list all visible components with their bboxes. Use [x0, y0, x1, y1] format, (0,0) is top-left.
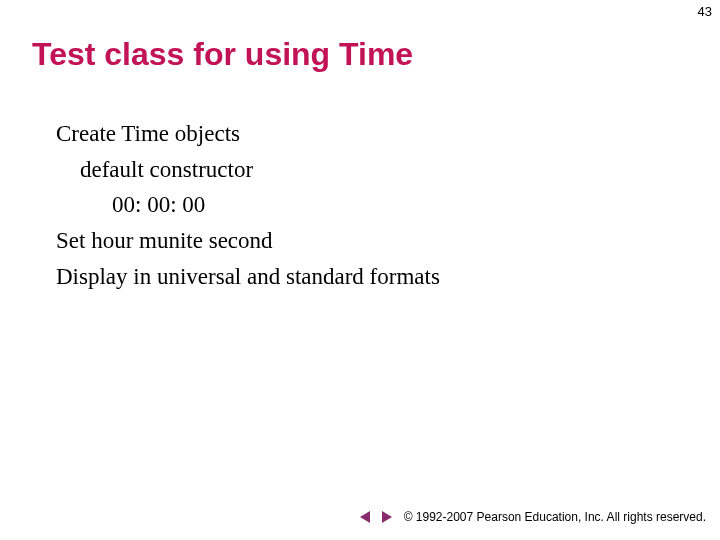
triangle-right-icon: [380, 510, 394, 524]
content-line: Display in universal and standard format…: [56, 259, 680, 295]
svg-marker-1: [382, 511, 392, 523]
content-line: 00: 00: 00: [112, 187, 680, 223]
svg-marker-0: [360, 511, 370, 523]
footer: © 1992-2007 Pearson Education, Inc. All …: [356, 508, 706, 526]
slide-content: Create Time objects default constructor …: [56, 116, 680, 294]
page-number: 43: [698, 4, 712, 19]
content-line: default constructor: [80, 152, 680, 188]
triangle-left-icon: [358, 510, 372, 524]
next-button[interactable]: [378, 508, 396, 526]
content-line: Create Time objects: [56, 116, 680, 152]
copyright-text: © 1992-2007 Pearson Education, Inc. All …: [404, 510, 706, 524]
prev-button[interactable]: [356, 508, 374, 526]
nav-controls: [356, 508, 396, 526]
slide: 43 Test class for using Time Create Time…: [0, 0, 720, 540]
content-line: Set hour munite second: [56, 223, 680, 259]
slide-title: Test class for using Time: [32, 36, 413, 73]
